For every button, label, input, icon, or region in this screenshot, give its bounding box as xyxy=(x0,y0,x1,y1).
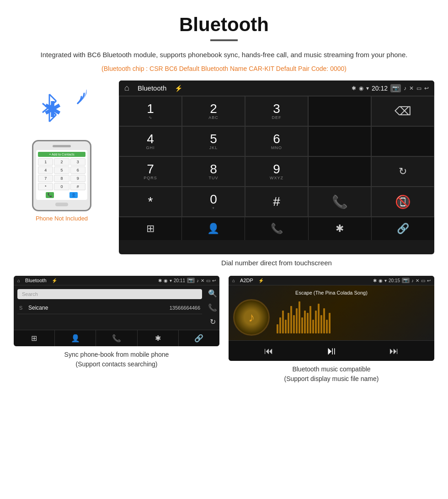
dial-nav-contacts[interactable]: 👤 xyxy=(182,217,245,240)
pb-refresh-icon[interactable]: ↻ xyxy=(210,317,216,326)
dial-key-2[interactable]: 2 ABC xyxy=(182,96,245,126)
contact-row[interactable]: S Seicane 13566664466 xyxy=(17,302,202,314)
car-window-icon[interactable]: ▭ xyxy=(416,85,421,91)
search-bar[interactable]: Search xyxy=(17,289,202,299)
phone-key-4: 4 xyxy=(38,166,53,174)
dial-nav-link[interactable]: 🔗 xyxy=(372,217,434,240)
dial-nav-phone[interactable]: 📞 xyxy=(245,217,308,240)
music-album-art: ♪ xyxy=(233,299,270,336)
pb-nav-phone[interactable]: 📞 xyxy=(96,330,137,346)
phone-call-btn: 📞 xyxy=(46,192,54,198)
viz-bar xyxy=(293,315,295,333)
music-controls: ⏮ ⏯ ⏭ xyxy=(229,340,434,361)
car-camera-icon: 📷 xyxy=(390,84,401,92)
phone-not-included-label: Phone Not Included xyxy=(36,215,88,222)
phone-key-6: 6 xyxy=(70,166,85,174)
phone-contact-btn: 👤 xyxy=(69,192,78,198)
pb-status-right: ✱ ◉ ▾ 20:11 📷 ♪ ✕ ▭ ↩ xyxy=(158,278,216,283)
viz-bar xyxy=(288,313,289,333)
dial-caption: Dial number direct from touchscreen xyxy=(119,254,434,276)
music-camera-icon: 📷 xyxy=(402,278,410,283)
info-line: (Bluetooth chip : CSR BC6 Default Blueto… xyxy=(0,65,448,80)
dial-grid: 1 ∿ 2 ABC 3 DEF ⌫ 4 GHI xyxy=(119,96,434,217)
dial-key-8[interactable]: 8 TUV xyxy=(182,156,245,187)
music-statusbar: ⌂ A2DP ⚡ ✱ ◉ ▾ 20:15 📷 ♪ ✕ ▭ ↩ xyxy=(229,276,434,285)
music-next-btn[interactable]: ⏭ xyxy=(389,346,399,356)
car-time: 20:12 xyxy=(372,85,388,92)
music-back-icon[interactable]: ↩ xyxy=(427,278,431,283)
dial-key-0[interactable]: 0 + xyxy=(182,187,245,217)
music-main-area: ♪ xyxy=(233,299,430,336)
svg-line-1 xyxy=(49,94,56,101)
main-content: ✱ + Add to Contacts xyxy=(0,80,448,276)
phonebook-main: Search S Seicane 13566664466 xyxy=(14,285,206,330)
pb-window-icon[interactable]: ▭ xyxy=(206,278,210,283)
phone-speaker xyxy=(53,145,71,147)
viz-bar xyxy=(301,317,303,333)
dial-backspace[interactable]: ⌫ xyxy=(371,96,434,126)
pb-back-icon[interactable]: ↩ xyxy=(212,278,216,283)
phone-key-hash: # xyxy=(70,183,85,190)
music-bt-icon: ✱ xyxy=(373,278,377,283)
pb-wifi-icon: ▾ xyxy=(170,278,172,283)
contact-letter: S xyxy=(19,305,26,311)
phonebook-sidebar: 🔍 📞 ↻ xyxy=(206,285,219,330)
dial-key-9[interactable]: 9 WXYZ xyxy=(245,156,308,187)
dial-key-3[interactable]: 3 DEF xyxy=(245,96,308,126)
car-bt-icon: ✱ xyxy=(352,85,356,91)
viz-bar xyxy=(299,301,300,333)
page-title: Bluetooth xyxy=(0,0,448,39)
pb-nav-grid[interactable]: ⊞ xyxy=(14,330,55,346)
car-close-icon[interactable]: ✕ xyxy=(409,85,414,91)
bottom-left-caption: Sync phone-book from mobile phone(Suppor… xyxy=(64,346,169,369)
pb-phone-icon[interactable]: 📞 xyxy=(208,303,217,312)
pb-nav-bluetooth[interactable]: ✱ xyxy=(138,330,179,346)
dial-key-5[interactable]: 5 JKL xyxy=(182,126,245,156)
dial-green-call[interactable]: 📞 xyxy=(308,187,371,217)
car-wifi-icon: ▾ xyxy=(366,85,369,91)
car-status-right: ✱ ◉ ▾ 20:12 📷 ♪ ✕ ▭ ↩ xyxy=(352,84,429,92)
pb-nav-contacts[interactable]: 👤 xyxy=(55,330,96,346)
pb-title: Bluetooth xyxy=(25,278,46,283)
music-loc-icon: ◉ xyxy=(379,278,383,283)
music-prev-btn[interactable]: ⏮ xyxy=(264,346,273,356)
dial-key-7[interactable]: 7 PQRS xyxy=(119,156,182,187)
bottom-section: ⌂ Bluetooth ⚡ ✱ ◉ ▾ 20:11 📷 ♪ ✕ ▭ ↩ xyxy=(0,276,448,397)
phone-key-5: 5 xyxy=(54,166,69,174)
car-location-icon: ◉ xyxy=(359,85,363,91)
car-home-icon[interactable]: ⌂ xyxy=(124,83,129,93)
bottom-right-caption: Bluetooth music compatible(Support displ… xyxy=(284,361,379,384)
viz-bar xyxy=(304,311,306,333)
car-back-icon[interactable]: ↩ xyxy=(424,85,429,91)
phone-key-star: * xyxy=(38,183,53,190)
bluetooth-illustration: ✱ xyxy=(34,90,89,135)
music-time: 20:15 xyxy=(389,278,400,283)
dial-key-4[interactable]: 4 GHI xyxy=(119,126,182,156)
pb-home-icon[interactable]: ⌂ xyxy=(17,278,20,283)
dial-key-hash[interactable]: # xyxy=(245,187,308,217)
dial-empty-3 xyxy=(371,126,434,156)
pb-bt-icon: ✱ xyxy=(158,278,162,283)
music-home-icon[interactable]: ⌂ xyxy=(232,278,235,283)
car-usb-icon: ⚡ xyxy=(175,85,182,92)
dial-key-1[interactable]: 1 ∿ xyxy=(119,96,182,126)
phone-key-7: 7 xyxy=(38,175,53,182)
dial-nav-grid[interactable]: ⊞ xyxy=(119,217,182,240)
pb-close-icon[interactable]: ✕ xyxy=(201,278,204,283)
dial-refresh[interactable]: ↻ xyxy=(371,156,434,187)
dial-key-star[interactable]: * xyxy=(119,187,182,217)
pb-search-icon[interactable]: 🔍 xyxy=(208,289,217,298)
dial-empty-2 xyxy=(308,126,371,156)
pb-nav-link[interactable]: 🔗 xyxy=(179,330,219,346)
car-volume-icon: ♪ xyxy=(404,85,406,91)
music-close-icon[interactable]: ✕ xyxy=(416,278,419,283)
phone-screen-header: + Add to Contacts xyxy=(38,152,85,157)
dial-key-6[interactable]: 6 MNO xyxy=(245,126,308,156)
dial-empty-4 xyxy=(308,156,371,187)
music-window-icon[interactable]: ▭ xyxy=(421,278,425,283)
dial-red-hangup[interactable]: 📵 xyxy=(371,187,434,217)
viz-bar xyxy=(323,308,325,333)
dial-nav-bluetooth[interactable]: ✱ xyxy=(309,217,372,240)
viz-bar xyxy=(285,320,287,333)
music-playpause-btn[interactable]: ⏯ xyxy=(326,344,337,357)
